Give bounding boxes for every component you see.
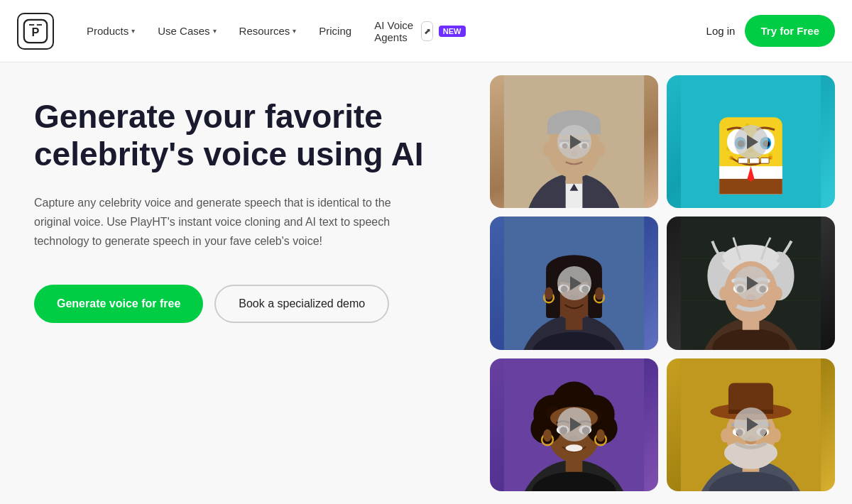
celebrity-card-cowboy[interactable] (667, 358, 835, 491)
play-icon (747, 417, 758, 432)
nav-pricing[interactable]: Pricing (309, 19, 361, 43)
nav-items: Products ▾ Use Cases ▾ Resources ▾ Prici… (77, 13, 476, 49)
chevron-down-icon: ▾ (131, 27, 135, 35)
play-icon (747, 135, 758, 149)
svg-point-62 (545, 287, 553, 300)
play-button-woman2[interactable] (557, 407, 591, 442)
play-icon (570, 276, 581, 290)
generate-voice-button[interactable]: Generate voice for free (34, 285, 203, 323)
svg-point-105 (543, 429, 552, 442)
svg-rect-42 (760, 158, 769, 163)
external-link-icon: ⬈ (421, 21, 432, 41)
svg-point-125 (721, 428, 731, 442)
svg-point-106 (596, 429, 605, 442)
celebrity-grid (483, 62, 852, 504)
play-button-woman1[interactable] (557, 266, 591, 300)
hero-section: Generate your favorite celebrity's voice… (0, 62, 483, 504)
chevron-down-icon: ▾ (293, 27, 296, 35)
logo[interactable]: P (17, 13, 54, 50)
login-button[interactable]: Log in (697, 19, 746, 43)
svg-text:P: P (32, 26, 40, 38)
svg-point-45 (768, 155, 772, 160)
navbar: P Products ▾ Use Cases ▾ Resources ▾ Pri… (0, 0, 852, 62)
celebrity-card-einstein[interactable] (667, 217, 835, 349)
svg-point-63 (595, 287, 604, 300)
nav-resources[interactable]: Resources ▾ (229, 19, 307, 43)
hero-title: Generate your favorite celebrity's voice… (34, 98, 449, 173)
svg-point-44 (729, 155, 733, 160)
play-button-spongebob[interactable] (734, 125, 768, 159)
chevron-down-icon: ▾ (213, 27, 217, 35)
play-button-cowboy[interactable] (734, 407, 768, 442)
nav-products[interactable]: Products ▾ (77, 19, 145, 43)
celebrity-card-woman2[interactable] (490, 358, 658, 491)
cta-buttons: Generate voice for free Book a specializ… (34, 285, 449, 323)
play-icon (747, 276, 758, 290)
celebrity-card-spongebob[interactable] (667, 75, 835, 208)
play-button-arnold[interactable] (557, 125, 591, 159)
svg-point-126 (771, 428, 781, 442)
celebrity-card-woman1[interactable] (490, 217, 658, 349)
svg-rect-40 (738, 158, 748, 163)
play-icon (570, 135, 581, 149)
svg-point-81 (772, 287, 782, 301)
play-button-einstein[interactable] (734, 266, 768, 300)
main-content: Generate your favorite celebrity's voice… (0, 62, 852, 504)
try-for-free-button[interactable]: Try for Free (745, 15, 835, 47)
book-demo-button[interactable]: Book a specialized demo (214, 285, 389, 323)
play-icon (570, 417, 581, 432)
svg-point-20 (542, 143, 552, 157)
svg-point-102 (566, 444, 583, 451)
nav-ai-voice-agents[interactable]: AI Voice Agents ⬈ NEW (364, 13, 475, 49)
svg-point-80 (719, 287, 729, 301)
hero-description: Capture any celebrity voice and generate… (34, 193, 417, 251)
celebrity-card-arnold[interactable] (490, 75, 658, 208)
nav-use-cases[interactable]: Use Cases ▾ (148, 19, 226, 43)
svg-point-21 (596, 143, 606, 157)
